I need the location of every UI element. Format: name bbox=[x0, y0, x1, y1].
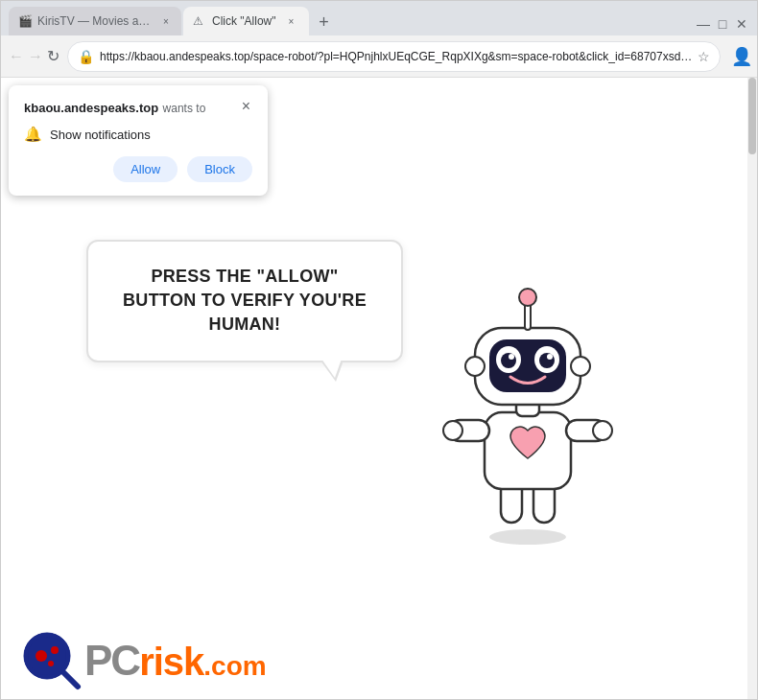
svg-point-15 bbox=[501, 353, 516, 368]
robot-container bbox=[432, 278, 643, 566]
tab-kiristry[interactable]: 🎬 KirisTV — Movies and Series D… × bbox=[9, 7, 181, 35]
toolbar: ← → ↻ 🔒 https://kbaou.andespeaks.top/spa… bbox=[1, 35, 757, 78]
popup-notification-row: 🔔 Show notifications bbox=[24, 126, 252, 143]
url-text: https://kbaou.andespeaks.top/space-robot… bbox=[100, 50, 692, 63]
popup-site: kbaou.andespeaks.top bbox=[24, 101, 158, 115]
svg-point-11 bbox=[519, 289, 536, 306]
logo-risk: risk bbox=[139, 642, 203, 681]
svg-point-26 bbox=[48, 661, 54, 666]
tab-bar: 🎬 KirisTV — Movies and Series D… × ⚠ Cli… bbox=[1, 1, 757, 35]
logo-pc: PC bbox=[84, 640, 139, 682]
popup-wants-to: wants to bbox=[163, 102, 206, 115]
svg-point-18 bbox=[547, 354, 553, 360]
close-button[interactable]: ✕ bbox=[734, 16, 749, 32]
logo-com: .com bbox=[203, 651, 266, 682]
tab-close-2[interactable]: × bbox=[284, 13, 299, 29]
svg-point-20 bbox=[571, 357, 590, 376]
scrollbar[interactable] bbox=[747, 78, 757, 699]
browser-frame: 🎬 KirisTV — Movies and Series D… × ⚠ Cli… bbox=[0, 0, 758, 700]
tab-title-2: Click "Allow" bbox=[212, 14, 276, 28]
tab-allow[interactable]: ⚠ Click "Allow" × bbox=[183, 7, 309, 35]
bell-icon: 🔔 bbox=[24, 126, 42, 143]
new-tab-button[interactable]: + bbox=[311, 9, 338, 35]
notification-popup: kbaou.andespeaks.top wants to × 🔔 Show n… bbox=[9, 85, 268, 196]
forward-button[interactable]: → bbox=[28, 43, 43, 70]
tab-close-1[interactable]: × bbox=[160, 13, 172, 29]
logo-text-group: PC risk .com bbox=[84, 640, 267, 682]
svg-point-7 bbox=[593, 421, 612, 440]
lock-icon: 🔒 bbox=[78, 49, 94, 64]
bubble-text: PRESS THE "ALLOW" BUTTON TO VERIFY YOU'R… bbox=[123, 267, 367, 334]
pcrisk-logo: PC risk .com bbox=[20, 629, 267, 691]
allow-button[interactable]: Allow bbox=[113, 156, 178, 182]
popup-header: kbaou.andespeaks.top wants to × bbox=[24, 99, 252, 116]
svg-point-24 bbox=[36, 650, 47, 662]
svg-point-25 bbox=[51, 646, 59, 654]
page-content: kbaou.andespeaks.top wants to × 🔔 Show n… bbox=[1, 78, 757, 699]
bookmark-icon[interactable]: ☆ bbox=[698, 49, 710, 64]
bubble-robot-container: PRESS THE "ALLOW" BUTTON TO VERIFY YOU'R… bbox=[86, 201, 662, 566]
tab-favicon-1: 🎬 bbox=[18, 14, 32, 28]
svg-point-0 bbox=[489, 529, 566, 545]
minimize-button[interactable]: — bbox=[696, 16, 711, 32]
robot-svg bbox=[432, 278, 624, 547]
toolbar-right: 👤 ⋮ bbox=[728, 43, 758, 70]
profile-button[interactable]: 👤 bbox=[728, 43, 755, 70]
popup-close-button[interactable]: × bbox=[240, 99, 252, 114]
svg-point-16 bbox=[539, 353, 555, 368]
tab-favicon-2: ⚠ bbox=[193, 14, 206, 28]
maximize-button[interactable]: □ bbox=[715, 16, 730, 32]
speech-bubble: PRESS THE "ALLOW" BUTTON TO VERIFY YOU'R… bbox=[86, 240, 403, 362]
popup-notification-label: Show notifications bbox=[50, 128, 151, 142]
scrollbar-thumb[interactable] bbox=[748, 78, 756, 154]
address-bar[interactable]: 🔒 https://kbaou.andespeaks.top/space-rob… bbox=[67, 41, 721, 72]
popup-buttons: Allow Block bbox=[24, 156, 252, 182]
svg-point-6 bbox=[443, 421, 462, 440]
tab-title-1: KirisTV — Movies and Series D… bbox=[37, 14, 153, 28]
popup-title-area: kbaou.andespeaks.top wants to bbox=[24, 99, 205, 116]
content-area: PRESS THE "ALLOW" BUTTON TO VERIFY YOU'R… bbox=[1, 126, 747, 642]
svg-point-17 bbox=[509, 354, 514, 360]
back-button[interactable]: ← bbox=[9, 43, 24, 70]
block-button[interactable]: Block bbox=[187, 156, 252, 182]
reload-button[interactable]: ↻ bbox=[47, 43, 59, 70]
svg-line-23 bbox=[64, 673, 78, 687]
svg-point-19 bbox=[465, 357, 485, 376]
pcrisk-logo-icon bbox=[20, 629, 83, 691]
